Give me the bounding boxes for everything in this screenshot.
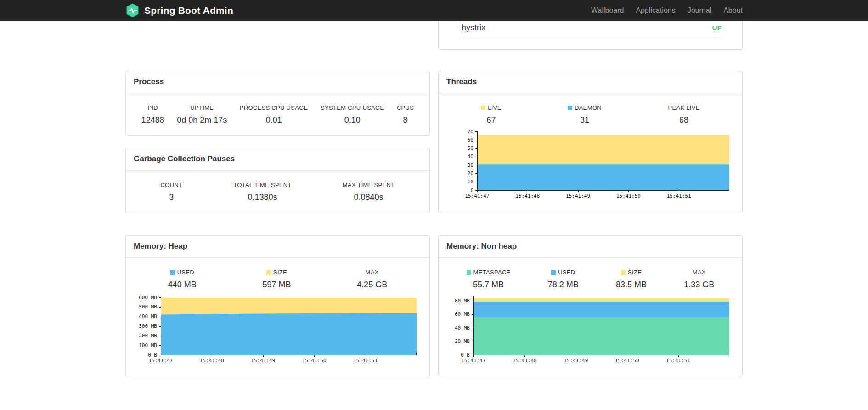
svg-text:15:41:51: 15:41:51	[667, 193, 691, 199]
svg-text:80 MB: 80 MB	[455, 298, 470, 304]
nav-link-wallboard[interactable]: Wallboard	[585, 6, 630, 15]
svg-text:600 MB: 600 MB	[139, 295, 157, 301]
legend-item-used: USED 78.2 MB	[548, 269, 579, 290]
svg-text:50: 50	[468, 145, 473, 151]
legend-label: MAX	[693, 269, 706, 276]
navbar: Spring Boot Admin Wallboard Applications…	[0, 0, 868, 21]
svg-text:60 MB: 60 MB	[455, 311, 470, 317]
heap-memory-panel: Memory: Heap USED 440 MB SIZE	[125, 235, 430, 376]
svg-text:20: 20	[468, 171, 473, 177]
nav-link-applications[interactable]: Applications	[630, 6, 681, 15]
heap-memory-chart: 0 B100 MB200 MB300 MB400 MB500 MB600 MB1…	[135, 293, 420, 365]
threads-panel-title: Threads	[439, 71, 742, 93]
stat-gc-total-time: TOTAL TIME SPENT 0.1380s	[233, 182, 291, 202]
svg-text:0 B: 0 B	[461, 352, 470, 358]
legend-value: 55.7 MB	[467, 280, 511, 290]
legend-label: METASPACE	[473, 269, 511, 276]
process-stats: PID 12488 UPTIME 0d 0h 2m 17s PROCESS CP…	[135, 104, 420, 125]
svg-text:15:41:50: 15:41:50	[616, 193, 641, 199]
legend-item-daemon: DAEMON 31	[568, 104, 602, 125]
svg-text:40 MB: 40 MB	[455, 325, 470, 331]
svg-text:60: 60	[468, 137, 473, 143]
legend-item-peak-live: PEAK LIVE 68	[668, 104, 700, 125]
svg-text:30: 30	[468, 162, 473, 168]
legend-value: 78.2 MB	[548, 280, 579, 290]
svg-text:15:41:47: 15:41:47	[149, 358, 173, 364]
stat-value: 8	[397, 115, 414, 125]
stat-value: 0d 0h 2m 17s	[177, 115, 227, 125]
svg-text:15:41:49: 15:41:49	[564, 358, 588, 364]
process-panel-title: Process	[126, 71, 429, 93]
svg-text:40: 40	[468, 154, 473, 159]
svg-text:15:41:49: 15:41:49	[566, 193, 590, 199]
legend-label: DAEMON	[575, 104, 602, 111]
svg-text:15:41:50: 15:41:50	[302, 358, 327, 364]
legend-swatch	[467, 270, 471, 275]
nonheap-legend: METASPACE 55.7 MB USED 78.2 MB	[448, 269, 733, 290]
svg-text:15:41:47: 15:41:47	[465, 193, 490, 199]
nonheap-memory-panel: Memory: Non heap METASPACE 55.7 MB USED	[438, 235, 743, 376]
right-column: hystrix UP Threads LIVE 67	[438, 21, 743, 376]
heap-panel-title: Memory: Heap	[126, 236, 429, 258]
svg-text:15:41:50: 15:41:50	[615, 358, 639, 364]
svg-text:20 MB: 20 MB	[455, 338, 470, 344]
legend-item-size: SIZE 83.5 MB	[616, 269, 647, 290]
legend-value: 597 MB	[262, 280, 291, 290]
svg-text:200 MB: 200 MB	[139, 333, 157, 339]
status-badge: UP	[712, 24, 722, 32]
brand-link[interactable]: Spring Boot Admin	[125, 3, 233, 17]
process-panel: Process PID 12488 UPTIME 0d 0h 2m 17s PR…	[125, 71, 430, 136]
legend-swatch	[266, 270, 271, 275]
stat-uptime: UPTIME 0d 0h 2m 17s	[177, 104, 227, 125]
spacer	[125, 21, 430, 71]
application-row-hystrix[interactable]: hystrix UP	[462, 21, 722, 37]
stat-value: 0.0840s	[343, 193, 395, 202]
stat-label: UPTIME	[177, 104, 227, 111]
nonheap-panel-title: Memory: Non heap	[439, 236, 742, 258]
legend-item-max: MAX 4.25 GB	[357, 269, 387, 290]
legend-label: MAX	[366, 269, 379, 276]
gc-panel-title: Garbage Collection Pauses	[126, 148, 429, 171]
stat-label: PROCESS CPU USAGE	[240, 104, 308, 111]
svg-text:500 MB: 500 MB	[139, 304, 157, 310]
svg-text:15:41:48: 15:41:48	[515, 193, 540, 199]
stat-value: 12488	[141, 115, 164, 125]
stat-gc-max-time: MAX TIME SPENT 0.0840s	[343, 182, 395, 202]
stat-gc-count: COUNT 3	[161, 182, 183, 202]
heap-legend: USED 440 MB SIZE 597 MB	[135, 269, 420, 290]
legend-swatch	[568, 106, 572, 110]
threads-chart: 01020304050607015:41:4715:41:4815:41:491…	[448, 129, 733, 200]
stat-system-cpu-usage: SYSTEM CPU USAGE 0.10	[321, 104, 384, 125]
stat-label: COUNT	[161, 182, 183, 188]
svg-text:400 MB: 400 MB	[139, 313, 157, 319]
nav-link-journal[interactable]: Journal	[682, 6, 717, 15]
legend-swatch	[481, 106, 485, 110]
legend-value: 68	[668, 115, 700, 125]
svg-text:100 MB: 100 MB	[139, 342, 157, 348]
svg-text:15:41:51: 15:41:51	[666, 358, 690, 364]
legend-item-live: LIVE 67	[481, 104, 501, 125]
svg-text:15:41:51: 15:41:51	[353, 358, 378, 364]
legend-label: USED	[177, 269, 194, 276]
svg-text:70: 70	[468, 129, 473, 135]
brand-title: Spring Boot Admin	[144, 5, 233, 16]
svg-text:0: 0	[470, 188, 473, 194]
stat-value: 0.10	[321, 115, 384, 125]
stat-label: SYSTEM CPU USAGE	[321, 104, 384, 111]
legend-item-max: MAX 1.33 GB	[684, 269, 714, 290]
nav-link-about[interactable]: About	[717, 6, 743, 15]
legend-value: 67	[481, 115, 501, 125]
navbar-inner: Spring Boot Admin Wallboard Applications…	[125, 0, 743, 21]
legend-item-size: SIZE 597 MB	[262, 269, 291, 290]
threads-panel: Threads LIVE 67 DAEMON	[438, 71, 743, 213]
legend-label: USED	[558, 269, 575, 276]
legend-swatch	[551, 270, 556, 275]
stat-value: 3	[161, 193, 183, 202]
svg-text:15:41:48: 15:41:48	[200, 358, 224, 364]
main-content: Process PID 12488 UPTIME 0d 0h 2m 17s PR…	[125, 21, 743, 376]
nav-links: Wallboard Applications Journal About	[585, 6, 743, 15]
spring-boot-admin-logo-icon	[125, 3, 140, 17]
nonheap-memory-chart: 0 B20 MB40 MB60 MB80 MB15:41:4715:41:481…	[448, 293, 733, 365]
stat-value: 0.01	[240, 115, 308, 125]
legend-value: 31	[568, 115, 602, 125]
